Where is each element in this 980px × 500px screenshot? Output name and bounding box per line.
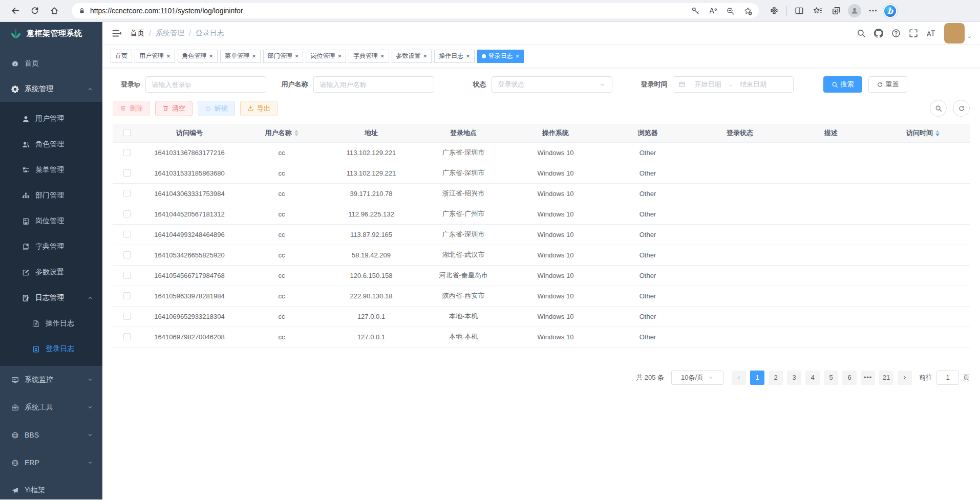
browser-back-button[interactable] [7, 3, 24, 19]
extensions-icon[interactable] [766, 3, 782, 19]
sort-carets[interactable] [935, 130, 940, 136]
page-size-select[interactable]: 10条/页 [671, 371, 723, 385]
close-icon[interactable]: × [166, 53, 171, 59]
split-screen-icon[interactable] [791, 3, 807, 19]
date-range-picker[interactable]: 开始日期 - 结束日期 [673, 76, 794, 93]
tab-dept[interactable]: 部门管理 × [263, 50, 304, 63]
clear-button[interactable]: 清空 [155, 101, 193, 116]
table-row[interactable]: 1641054566717984768cc120.6.150.158河北省-秦皇… [113, 265, 970, 286]
close-icon[interactable]: × [423, 53, 428, 59]
close-icon[interactable]: × [516, 53, 520, 59]
page-button-1[interactable]: 1 [750, 371, 764, 385]
tab-home[interactable]: 首页 [111, 50, 132, 63]
close-icon[interactable]: × [380, 53, 385, 59]
column-header-userName[interactable]: 用户名称 [238, 124, 325, 142]
tab-operlog[interactable]: 操作日志 × [434, 50, 475, 63]
sort-desc-icon[interactable] [935, 134, 940, 136]
sidebar-collapse-icon[interactable] [112, 28, 122, 38]
status-select[interactable]: 登录状态 [492, 76, 612, 93]
row-checkbox[interactable] [123, 231, 131, 238]
close-icon[interactable]: × [466, 53, 470, 59]
table-row[interactable]: 1641044993248464896cc113.87.92.165广东省-深圳… [113, 224, 970, 245]
fullscreen-icon[interactable] [905, 25, 922, 41]
user-avatar[interactable] [944, 23, 965, 44]
table-row[interactable]: 1641043063331753984cc39.171.210.78浙江省-绍兴… [113, 183, 970, 204]
sort-desc-icon[interactable] [294, 134, 299, 136]
address-bar[interactable]: https://ccnetcore.com:1101/system/log/lo… [72, 3, 759, 18]
sidebar-item-tool[interactable]: 系统工具 [0, 394, 102, 421]
sidebar-item-param[interactable]: 参数设置 [0, 259, 102, 285]
page-button-4[interactable]: 4 [805, 371, 820, 385]
sidebar-item-loginlog[interactable]: 登录日志 [0, 336, 102, 362]
table-row[interactable]: 1641069652933218304cc127.0.0.1本地-本机Windo… [113, 306, 970, 327]
unlock-button[interactable]: 解锁 [198, 101, 235, 116]
table-row[interactable]: 1641031533185863680cc113.102.129.221广东省-… [113, 163, 970, 183]
user-name-input[interactable] [313, 76, 434, 93]
tab-menu[interactable]: 菜单管理 × [220, 50, 261, 63]
browser-menu-icon[interactable] [865, 3, 881, 19]
row-checkbox[interactable] [123, 292, 131, 299]
sidebar-item-monitor[interactable]: 系统监控 [0, 366, 102, 394]
page-button-2[interactable]: 2 [769, 371, 783, 385]
select-all-checkbox[interactable] [123, 129, 131, 136]
prev-page-button[interactable] [732, 371, 746, 385]
browser-home-button[interactable] [46, 3, 62, 19]
next-page-button[interactable] [898, 371, 912, 385]
delete-button[interactable]: 删除 [113, 101, 150, 116]
search-icon[interactable] [853, 25, 869, 41]
row-checkbox[interactable] [123, 169, 131, 177]
reset-button[interactable]: 重置 [868, 76, 907, 93]
row-checkbox[interactable] [123, 149, 131, 156]
table-row[interactable]: 1641059633978281984cc222.90.130.18陕西省-西安… [113, 286, 970, 306]
sidebar-item-post[interactable]: 岗位管理 [0, 208, 102, 234]
page-button-21[interactable]: 21 [879, 371, 893, 385]
sidebar-item-operlog[interactable]: 操作日志 [0, 311, 102, 336]
tab-role[interactable]: 角色管理 × [178, 50, 218, 63]
sidebar-item-erp[interactable]: ERP [0, 449, 102, 476]
end-date-placeholder[interactable]: 结束日期 [735, 80, 772, 89]
close-icon[interactable]: × [252, 53, 256, 59]
tab-param[interactable]: 参数设置 × [392, 50, 432, 63]
font-size-icon[interactable] [923, 25, 939, 41]
browser-refresh-button[interactable] [27, 3, 43, 19]
more-pages-button[interactable]: ••• [861, 371, 875, 385]
avatar-caret-icon[interactable] [967, 33, 972, 42]
row-checkbox[interactable] [123, 313, 131, 320]
close-icon[interactable]: × [295, 53, 299, 59]
row-checkbox[interactable] [123, 210, 131, 218]
breadcrumb-home[interactable]: 首页 [130, 29, 144, 38]
help-icon[interactable] [888, 25, 904, 41]
tab-dict[interactable]: 字典管理 × [349, 50, 389, 63]
row-checkbox[interactable] [123, 190, 131, 197]
sidebar-item-logmgr[interactable]: 日志管理 [0, 285, 102, 311]
page-button-3[interactable]: 3 [787, 371, 801, 385]
page-button-5[interactable]: 5 [824, 371, 838, 385]
github-icon[interactable] [870, 25, 887, 41]
sidebar-item-menu[interactable]: 菜单管理 [0, 157, 102, 183]
bing-chat-icon[interactable]: b [883, 4, 897, 18]
browser-profile-avatar[interactable] [846, 3, 863, 19]
tab-post[interactable]: 岗位管理 × [306, 50, 346, 63]
sidebar-item-dict[interactable]: 字典管理 [0, 234, 102, 259]
sidebar-item-role[interactable]: 角色管理 [0, 132, 102, 157]
read-aloud-icon[interactable] [706, 4, 720, 18]
favorites-icon[interactable] [809, 3, 826, 19]
row-checkbox[interactable] [123, 272, 131, 279]
page-button-6[interactable]: 6 [842, 371, 857, 385]
goto-page-input[interactable] [936, 371, 959, 385]
login-ip-input[interactable] [145, 76, 266, 93]
close-icon[interactable]: × [209, 53, 214, 59]
sidebar-item-yiframe[interactable]: Yi框架 [0, 476, 102, 499]
toggle-search-button[interactable] [930, 100, 947, 117]
sort-asc-icon[interactable] [935, 130, 940, 133]
sidebar-item-bbs[interactable]: BBS [0, 421, 102, 449]
table-row[interactable]: 1641069798270046208cc127.0.0.1本地-本机Windo… [113, 327, 970, 347]
table-row[interactable]: 1641053426655825920cc58.19.42.209湖北省-武汉市… [113, 245, 970, 265]
export-button[interactable]: 导出 [240, 101, 278, 116]
close-icon[interactable]: × [337, 53, 342, 59]
start-date-placeholder[interactable]: 开始日期 [690, 80, 727, 89]
table-row[interactable]: 1641031367863177216cc113.102.129.221广东省-… [113, 142, 970, 163]
sort-carets[interactable] [294, 130, 299, 136]
password-key-icon[interactable] [688, 4, 702, 18]
sidebar-item-system[interactable]: 系统管理 [0, 76, 102, 102]
